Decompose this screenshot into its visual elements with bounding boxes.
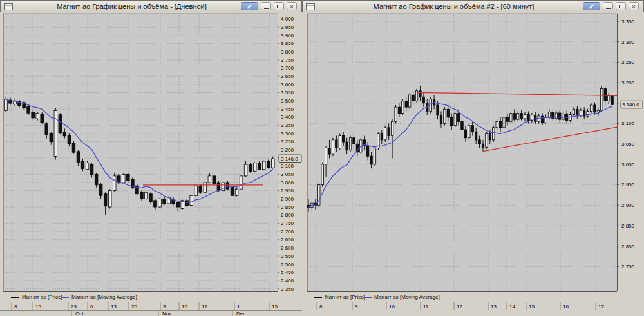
candlestick (127, 174, 130, 181)
candlestick (513, 114, 515, 120)
window-menu-icon[interactable] (306, 3, 315, 10)
svg-text:17: 17 (202, 304, 207, 310)
svg-text:20: 20 (131, 304, 137, 310)
candlestick (594, 105, 596, 112)
pin-chart-icon (247, 4, 252, 9)
svg-text:2 950: 2 950 (281, 188, 294, 193)
minimize-button[interactable] (261, 2, 271, 10)
candlestick (527, 115, 529, 121)
candlestick (5, 99, 8, 111)
plot-area[interactable] (307, 14, 617, 291)
hourly-chart-canvas[interactable]: 3 3503 3003 2503 2003 1503 1003 0503 000… (302, 0, 644, 316)
daily-window-titlebar[interactable]: Магнит ао График цены и объёма - [Дневно… (1, 1, 301, 12)
candlestick (231, 188, 234, 196)
candlestick (607, 95, 609, 101)
candlestick (405, 101, 407, 108)
svg-text:3 146,0: 3 146,0 (622, 102, 639, 108)
candlestick (149, 194, 153, 202)
candlestick (54, 111, 57, 157)
candlestick (72, 143, 75, 152)
candlestick (580, 110, 582, 115)
svg-text:2 350: 2 350 (281, 286, 294, 292)
candlestick (562, 114, 564, 119)
close-button[interactable]: × (629, 2, 639, 10)
svg-text:2 850: 2 850 (621, 223, 635, 229)
candlestick (199, 186, 202, 192)
svg-text:3 850: 3 850 (281, 41, 294, 46)
candlestick (468, 126, 470, 138)
window-menu-icon[interactable] (4, 3, 13, 10)
svg-text:3 700: 3 700 (281, 65, 294, 71)
hourly-window-titlebar[interactable]: Магнит ао График цены и объёма #2 - [60 … (303, 1, 643, 12)
candlestick (391, 121, 393, 135)
svg-text:10: 10 (182, 304, 187, 310)
legend-price-label: Магнит ао [Price] (22, 294, 62, 300)
pin-chart-icon (589, 4, 594, 9)
candlestick (402, 101, 404, 114)
restore-button[interactable] (274, 2, 284, 10)
candlestick (154, 201, 157, 207)
plot-area[interactable] (3, 14, 278, 291)
legend-ma-label: Магнит ао [Moving Average] (71, 294, 137, 300)
candlestick (489, 133, 491, 140)
svg-text:3 050: 3 050 (281, 172, 294, 177)
svg-text:Nov: Nov (162, 311, 171, 316)
candlestick (440, 115, 442, 124)
candlestick (140, 192, 144, 199)
daily-chart-canvas[interactable]: 4 0003 9503 9003 8503 8003 7503 7003 650… (0, 0, 302, 316)
svg-text:17: 17 (598, 304, 604, 310)
candlestick (555, 113, 557, 119)
candlestick (163, 199, 166, 204)
legend-price-label: Магнит ао [Price] (325, 294, 365, 300)
svg-text:2 750: 2 750 (621, 264, 635, 270)
pin-chart-button[interactable] (241, 2, 258, 10)
svg-text:2 650: 2 650 (281, 237, 294, 242)
candlestick (384, 128, 386, 140)
svg-text:2 900: 2 900 (281, 196, 294, 202)
candlestick (597, 110, 599, 112)
restore-button[interactable] (616, 2, 626, 10)
candlestick (240, 176, 243, 189)
candlestick (471, 126, 473, 132)
candlestick (50, 133, 53, 142)
svg-text:13: 13 (491, 304, 497, 310)
candlestick (32, 112, 35, 118)
svg-text:3 100: 3 100 (281, 163, 294, 169)
price-series-marker (314, 297, 322, 298)
candlestick (86, 163, 89, 170)
candlestick (213, 176, 216, 184)
candlestick (145, 192, 148, 199)
svg-text:2 400: 2 400 (281, 278, 294, 284)
candlestick (475, 132, 477, 140)
minimize-icon (606, 8, 611, 9)
svg-text:14: 14 (509, 304, 515, 310)
candlestick (565, 114, 567, 120)
svg-text:16: 16 (563, 304, 569, 310)
svg-text:3 950: 3 950 (281, 25, 294, 30)
last-price-label: 3 146,0 (620, 101, 643, 108)
candlestick (108, 191, 111, 207)
svg-text:3 100: 3 100 (621, 121, 635, 126)
candlestick (325, 148, 327, 164)
candlestick (520, 114, 522, 119)
candlestick (271, 159, 274, 168)
hourly-chart-window: 3 3503 3003 2503 2003 1503 1003 0503 000… (302, 0, 644, 316)
legend-item-price: Магнит ао [Price] (314, 294, 365, 300)
candlestick (321, 164, 323, 185)
svg-text:3 550: 3 550 (281, 90, 294, 95)
svg-text:11: 11 (423, 304, 429, 310)
pin-chart-button[interactable] (583, 2, 600, 10)
candlestick (451, 117, 453, 126)
svg-text:15: 15 (35, 304, 41, 310)
candlestick (590, 105, 592, 112)
svg-text:13: 13 (111, 304, 117, 310)
close-button[interactable]: × (287, 2, 297, 10)
candlestick (601, 89, 603, 111)
legend-item-ma: Магнит ао [Moving Average] (61, 294, 137, 300)
candlestick (503, 117, 505, 128)
candlestick (208, 176, 211, 183)
svg-text:29: 29 (71, 304, 77, 310)
candlestick (447, 109, 449, 117)
candlestick (336, 140, 337, 148)
minimize-button[interactable] (603, 2, 613, 10)
